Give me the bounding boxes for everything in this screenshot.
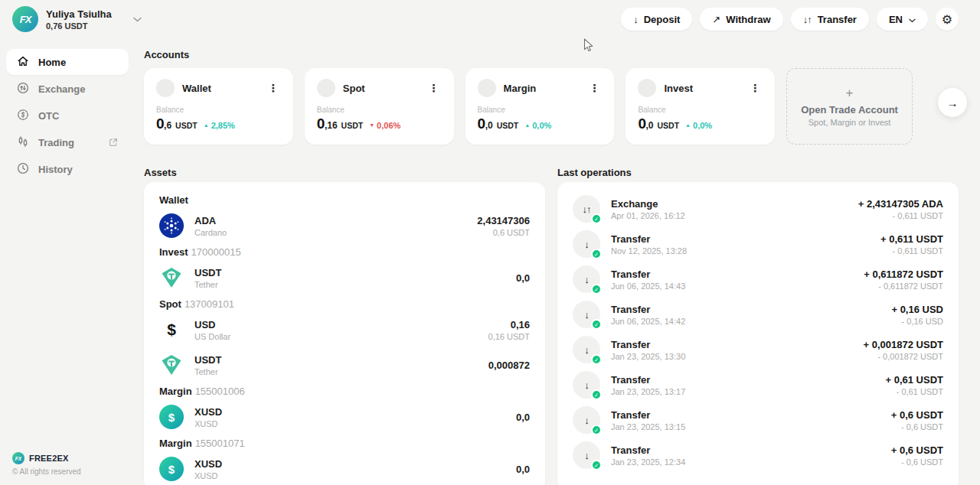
asset-group-header: Margin155001071 [159,438,530,449]
operation-amount-in: + 0,611872 USDT [864,269,943,280]
asset-row[interactable]: $ XUSD XUSD 0,0 [159,403,530,431]
balance-label: Balance [478,106,603,114]
operation-amount-in: + 0,16 USD [891,304,943,315]
account-card-invest[interactable]: Invest ⋮ Balance 0,0 USDT 0,0% [626,68,775,145]
transfer-button[interactable]: ↓↑ Transfer [791,8,869,31]
asset-row[interactable]: ADA Cardano 2,43147306 0,6 USDT [159,212,530,239]
chevron-down-icon [133,17,142,22]
account-card-margin[interactable]: Margin ⋮ Balance 0,0 USDT 0,0% [466,68,615,145]
operation-type: Transfer [611,339,685,350]
account-cards-row: Wallet ⋮ Balance 0,6 USDT 2,85% Spot ⋮ B… [144,68,913,145]
asset-name: Cardano [194,228,227,237]
account-card-spot[interactable]: Spot ⋮ Balance 0,16 USDT 0,06% [305,68,454,145]
account-avatar [638,79,656,97]
exchange-operation-icon: ↓↑ ✓ [573,195,600,223]
kebab-menu-icon[interactable]: ⋮ [426,83,442,93]
asset-name: XUSD [194,419,222,428]
main-content: Accounts Wallet ⋮ Balance 0,6 USDT 2,85%… [144,38,959,485]
language-selector[interactable]: EN [877,8,928,31]
settings-button[interactable]: ⚙ [936,8,959,31]
account-title: Wallet [182,83,211,94]
asset-row[interactable]: USDT Tether 0,0 [159,264,530,291]
operation-type: Transfer [611,374,685,386]
account-balance: 0,6 USDT 2,85% [156,116,281,132]
asset-name: Tether [194,367,221,376]
check-badge-icon: ✓ [591,284,602,295]
asset-symbol: USDT [194,354,221,366]
asset-name: US Dollar [194,332,230,341]
operation-row[interactable]: ↓ ✓ Transfer Jun 06, 2025, 14:42 + 0,16 … [573,301,943,328]
operation-type: Transfer [611,409,685,421]
account-card-wallet[interactable]: Wallet ⋮ Balance 0,6 USDT 2,85% [144,68,293,145]
sidebar-item-trading[interactable]: Trading [6,129,129,155]
clock-icon [17,162,29,177]
home-icon [17,55,29,70]
transfer-operation-icon: ↓ ✓ [573,406,600,434]
asset-row[interactable]: USDT Tether 0,000872 [159,351,530,379]
user-menu[interactable]: FX Yuliya Tsiulha 0,76 USDT [12,6,142,32]
account-balance: 0,0 USDT 0,0% [478,116,603,132]
check-badge-icon: ✓ [591,460,602,470]
kebab-menu-icon[interactable]: ⋮ [586,83,602,93]
operation-amount-out: - 0,6 USDT [891,457,943,467]
asset-row[interactable]: $ USD US Dollar 0,16 0,16 USDT [159,316,530,343]
operation-amount-in: + 0,001872 USDT [864,339,943,350]
asset-group: Margin155001006 $ XUSD XUSD 0,0 [159,386,530,431]
asset-group: Invest170000015 USDT Tether 0,0 [159,247,530,291]
withdraw-button[interactable]: ↗ Withdraw [700,8,782,31]
operation-row[interactable]: ↓ ✓ Transfer Nov 12, 2025, 13:28 + 0,611… [573,230,943,258]
operations-panel: ↓↑ ✓ Exchange Apr 01, 2026, 16:12 + 2,43… [557,182,959,485]
asset-name: Tether [194,280,221,289]
kebab-menu-icon[interactable]: ⋮ [266,83,281,93]
sidebar-footer: FX FREE2EX © All rights reserved [12,452,81,476]
brand-logo-icon: FX [12,6,38,32]
sidebar-item-otc[interactable]: OTC [6,103,129,129]
operation-row[interactable]: ↓↑ ✓ Exchange Apr 01, 2026, 16:12 + 2,43… [573,195,943,223]
carousel-next-button[interactable]: → [938,88,967,117]
operation-date: Jun 06, 2025, 14:43 [611,282,685,291]
sidebar-item-history[interactable]: History [6,156,129,182]
xusd-icon: $ [159,405,184,429]
account-title: Invest [664,83,693,94]
operation-type: Transfer [611,269,685,280]
operation-row[interactable]: ↓ ✓ Transfer Jun 06, 2025, 14:43 + 0,611… [573,265,943,293]
sidebar-item-home[interactable]: Home [6,49,129,75]
open-trade-account-card[interactable]: + Open Trade Account Spot, Margin or Inv… [786,68,913,145]
asset-fiat-value: 0,16 USDT [488,332,530,341]
asset-fiat-value: 0,6 USDT [477,228,530,237]
transfer-operation-icon: ↓ ✓ [573,371,600,399]
operation-row[interactable]: ↓ ✓ Transfer Jan 23, 2025, 13:15 + 0,6 U… [573,406,943,434]
asset-group: Spot137009101 $ USD US Dollar 0,16 0,16 … [159,299,530,379]
asset-group: Wallet ADA Cardano 2,43147306 0,6 USDT [159,195,530,239]
operation-date: Jan 23, 2025, 13:30 [611,352,685,361]
otc-badge-icon [17,109,29,123]
tether-icon [159,353,184,377]
sidebar-item-label: History [38,164,73,175]
operation-row[interactable]: ↓ ✓ Transfer Jan 23, 2025, 13:17 + 0,61 … [573,371,943,399]
kebab-menu-icon[interactable]: ⋮ [747,83,763,93]
asset-symbol: XUSD [194,406,222,418]
operation-row[interactable]: ↓ ✓ Transfer Jan 23, 2025, 12:34 + 0,6 U… [573,441,943,469]
deposit-button[interactable]: ↓ Deposit [621,8,692,31]
account-avatar [478,79,496,97]
top-bar: FX Yuliya Tsiulha 0,76 USDT ↓ Deposit ↗ … [0,0,980,38]
operation-amount-out: - 0,611 USDT [880,246,943,256]
sidebar-item-exchange[interactable]: Exchange [6,76,129,102]
sidebar-item-label: OTC [38,110,59,122]
check-badge-icon: ✓ [591,249,602,259]
transfer-operation-icon: ↓ ✓ [573,441,600,469]
candles-icon [17,135,29,150]
operation-type: Transfer [611,444,685,456]
balance-label: Balance [638,106,763,114]
asset-amount: 0,16 [488,319,530,330]
user-meta: Yuliya Tsiulha 0,76 USDT [46,8,112,31]
arrow-up-right-icon: ↗ [712,14,720,25]
plus-icon: + [846,86,854,101]
user-balance: 0,76 USDT [46,21,112,31]
asset-row[interactable]: $ XUSD XUSD 0,0 [159,455,530,483]
copyright: © All rights reserved [12,467,81,476]
xusd-icon: $ [159,457,184,481]
operation-row[interactable]: ↓ ✓ Transfer Jan 23, 2025, 13:30 + 0,001… [573,336,943,363]
brand-name: FREE2EX [29,454,69,463]
assets-panel: Wallet ADA Cardano 2,43147306 0,6 USDT I… [144,182,545,485]
